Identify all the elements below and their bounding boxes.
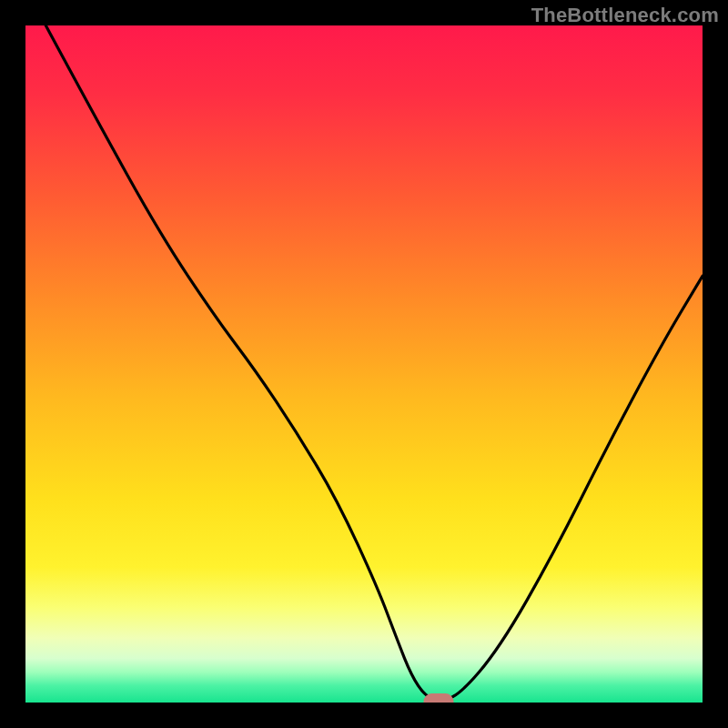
plot-area: [25, 25, 703, 703]
bottleneck-curve: [25, 25, 703, 703]
chart-frame: TheBottleneck.com: [0, 0, 728, 728]
optimum-marker: [423, 693, 453, 703]
watermark-text: TheBottleneck.com: [531, 4, 719, 27]
